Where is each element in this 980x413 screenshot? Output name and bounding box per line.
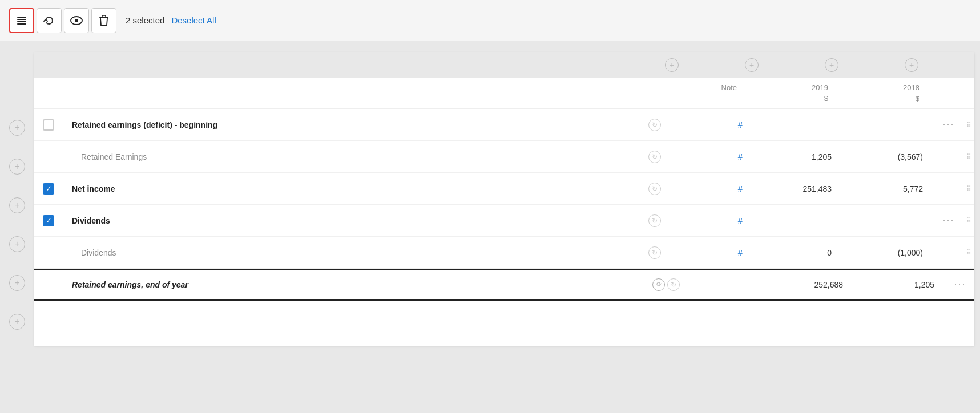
header-sync-col xyxy=(632,78,666,108)
row-checkbox-dividends[interactable]: ✓ xyxy=(34,215,63,226)
row-label-net-income: Net income xyxy=(63,177,638,200)
drag-handle[interactable]: ⠿ xyxy=(963,121,974,129)
add-row-btn-5[interactable]: + xyxy=(9,275,25,291)
left-sidebar: + + + + + + xyxy=(0,104,34,346)
eye-icon-button[interactable] xyxy=(64,8,89,33)
row-actions-dividends[interactable]: ··· xyxy=(934,214,963,226)
row-actions-retained-beginning[interactable]: ··· xyxy=(934,119,963,131)
row-2019-total: 252,688 xyxy=(763,273,854,296)
table-row-total: Retained earnings, end of year ⟳ ↻ 252,6… xyxy=(34,269,974,301)
row-2018-retained-beginning xyxy=(843,118,934,132)
row-2019-retained-sub: 1,205 xyxy=(752,145,843,168)
row-sync-dividends[interactable]: ↻ xyxy=(638,214,672,227)
row-2019-dividends xyxy=(752,214,843,228)
row-2019-dividends-sub: 0 xyxy=(752,241,843,264)
row-sync-total[interactable]: ⟳ ↻ xyxy=(649,278,683,291)
row-note-total xyxy=(683,278,763,291)
svg-point-5 xyxy=(75,19,78,22)
sync-icon[interactable]: ↻ xyxy=(648,214,661,227)
row-label-retained-sub: Retained Earnings xyxy=(63,145,638,168)
row-note-dividends[interactable]: # xyxy=(672,209,752,232)
svg-rect-2 xyxy=(17,21,26,22)
sync-icon[interactable]: ↻ xyxy=(648,183,661,195)
toolbar: 2 selected Deselect All xyxy=(0,0,980,41)
checkbox-unchecked[interactable] xyxy=(43,119,54,131)
row-sync-retained-beginning[interactable]: ↻ xyxy=(638,119,672,131)
note-hash[interactable]: # xyxy=(738,248,743,257)
row-note-retained-beginning[interactable]: # xyxy=(672,113,752,136)
add-col-btn-1[interactable]: + xyxy=(632,57,712,73)
row-2018-total: 1,205 xyxy=(854,273,946,296)
add-col-btn-2[interactable]: + xyxy=(712,57,792,73)
svg-rect-7 xyxy=(102,15,106,17)
main-area: + + + + + + + + + + Note 2019$ 2018$ xyxy=(0,41,980,357)
add-col-btn-3[interactable]: + xyxy=(792,57,872,73)
add-row-btn-1[interactable]: + xyxy=(9,120,25,136)
add-col-btn-4[interactable]: + xyxy=(872,57,951,73)
three-dots-icon[interactable]: ··· xyxy=(942,214,954,226)
table-row: Retained Earnings ↻ # 1,205 (3,567) ⠿ xyxy=(34,141,974,173)
drag-handle[interactable]: ⠿ xyxy=(963,185,974,193)
row-note-retained-sub[interactable]: # xyxy=(672,145,752,168)
table-row: Dividends ↻ # 0 (1,000) ⠿ xyxy=(34,237,974,269)
sync-icon[interactable]: ↻ xyxy=(667,278,680,291)
add-row-btn-6[interactable]: + xyxy=(9,314,25,330)
history-icon[interactable]: ⟳ xyxy=(652,278,665,291)
row-label-dividends-sub: Dividends xyxy=(63,241,638,264)
row-label-dividends: Dividends xyxy=(63,209,638,232)
row-2019-net-income: 251,483 xyxy=(752,177,843,200)
svg-rect-3 xyxy=(17,23,26,25)
row-actions-total[interactable]: ··· xyxy=(946,278,974,290)
row-note-dividends-sub[interactable]: # xyxy=(672,241,752,264)
note-hash[interactable]: # xyxy=(738,184,743,193)
row-sync-net-income[interactable]: ↻ xyxy=(638,183,672,195)
three-dots-icon[interactable]: ··· xyxy=(942,119,954,131)
drag-handle[interactable]: ⠿ xyxy=(963,249,974,257)
list-icon-button[interactable] xyxy=(9,8,34,33)
three-dots-icon[interactable]: ··· xyxy=(954,278,966,290)
row-label-total: Retained earnings, end of year xyxy=(63,273,649,296)
row-note-net-income[interactable]: # xyxy=(672,177,752,200)
row-2018-dividends xyxy=(843,214,934,228)
note-hash[interactable]: # xyxy=(738,152,743,161)
row-2018-retained-sub: (3,567) xyxy=(843,145,934,168)
table-row: ✓ Dividends ↻ # ··· ⠿ xyxy=(34,205,974,237)
sync-icon[interactable]: ↻ xyxy=(648,119,661,131)
checkbox-checked[interactable]: ✓ xyxy=(43,215,54,226)
note-column-header: Note xyxy=(721,83,737,92)
deselect-all-button[interactable]: Deselect All xyxy=(171,15,216,25)
table-row: Retained earnings (deficit) - beginning … xyxy=(34,109,974,141)
header-actions-col xyxy=(929,78,974,108)
checkbox-checked[interactable]: ✓ xyxy=(43,183,54,195)
year2018-column-header: 2018$ xyxy=(903,83,919,103)
header-checkbox-col xyxy=(34,78,63,108)
table-header: Note 2019$ 2018$ xyxy=(34,78,974,109)
row-2018-net-income: 5,772 xyxy=(843,177,934,200)
table-row: ✓ Net income ↻ # 251,483 5,772 ⠿ xyxy=(34,173,974,205)
header-2019-col: 2019$ xyxy=(746,78,837,108)
add-row-btn-3[interactable]: + xyxy=(9,197,25,213)
selected-count: 2 selected xyxy=(126,15,164,25)
row-sync-dividends-sub[interactable]: ↻ xyxy=(638,246,672,259)
drag-handle[interactable]: ⠿ xyxy=(963,153,974,161)
add-row-btn-2[interactable]: + xyxy=(9,159,25,175)
table-container: + + + + Note 2019$ 2018$ Re xyxy=(34,52,974,346)
row-label-retained-beginning: Retained earnings (deficit) - beginning xyxy=(63,114,638,136)
year2019-column-header: 2019$ xyxy=(812,83,828,103)
drag-handle[interactable]: ⠿ xyxy=(963,217,974,225)
header-label-col xyxy=(63,78,632,108)
delete-icon-button[interactable] xyxy=(91,8,116,33)
add-column-row: + + + + xyxy=(34,52,974,78)
header-2018-col: 2018$ xyxy=(837,78,929,108)
add-row-btn-4[interactable]: + xyxy=(9,236,25,252)
row-sync-retained-sub[interactable]: ↻ xyxy=(638,151,672,163)
sync-icon[interactable]: ↻ xyxy=(648,151,661,163)
row-checkbox-retained-beginning[interactable] xyxy=(34,119,63,131)
sync-icon[interactable]: ↻ xyxy=(648,246,661,259)
svg-rect-1 xyxy=(17,19,26,20)
note-hash[interactable]: # xyxy=(738,216,743,225)
svg-rect-0 xyxy=(17,17,26,18)
row-checkbox-net-income[interactable]: ✓ xyxy=(34,183,63,195)
note-hash[interactable]: # xyxy=(738,120,743,129)
refresh-icon-button[interactable] xyxy=(37,8,62,33)
